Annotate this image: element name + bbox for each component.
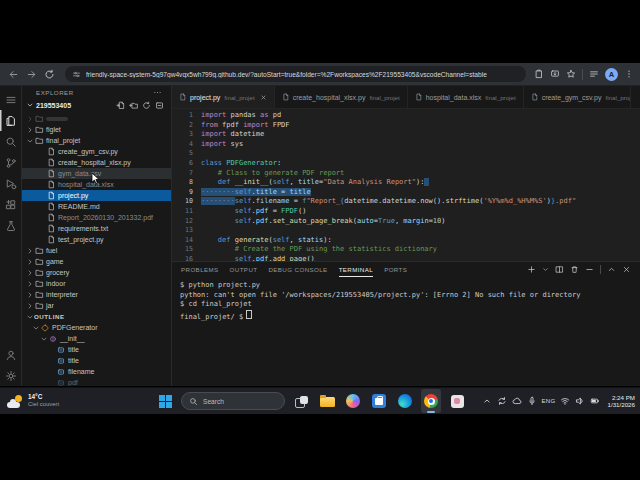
microphone-icon[interactable] bbox=[527, 396, 537, 406]
activity-menu[interactable] bbox=[0, 89, 21, 110]
outline-item-filename[interactable]: filename bbox=[22, 366, 171, 377]
tree-item-README.md[interactable]: README.md bbox=[22, 201, 171, 212]
task-view-button[interactable] bbox=[291, 389, 311, 413]
activity-testing[interactable] bbox=[0, 215, 21, 236]
snipping-tool-button[interactable] bbox=[447, 389, 467, 413]
file-explorer-button[interactable] bbox=[317, 389, 337, 413]
microsoft-store-button[interactable] bbox=[369, 389, 389, 413]
tab-create_gym_csv.py[interactable]: create_gym_csv.pyfinal_projet bbox=[524, 86, 631, 108]
code-line: 8 def __init__(self, title="Data Analysi… bbox=[172, 178, 640, 188]
terminal-line: $ python project.py bbox=[180, 281, 640, 291]
line-number: 11 bbox=[172, 207, 201, 217]
line-number: 7 bbox=[172, 169, 201, 179]
field-symbol-icon bbox=[56, 356, 65, 365]
tree-item-create_hospital_xlsx.py[interactable]: create_hospital_xlsx.py bbox=[22, 157, 171, 168]
reload-button-icon[interactable] bbox=[42, 67, 57, 82]
language-indicator[interactable]: ENG bbox=[542, 398, 556, 404]
code-editor[interactable]: 1import pandas as pd2from fpdf import FP… bbox=[172, 109, 640, 261]
tree-item-grocery[interactable]: grocery bbox=[22, 267, 171, 278]
bookmark-star-icon[interactable] bbox=[566, 69, 576, 79]
tray-expand-icon[interactable] bbox=[482, 396, 492, 406]
panel-tab-output[interactable]: OUTPUT bbox=[230, 262, 258, 277]
tree-item-interpreter[interactable]: interpreter bbox=[22, 289, 171, 300]
site-settings-icon[interactable] bbox=[72, 70, 81, 79]
activity-extensions[interactable] bbox=[0, 194, 21, 215]
activity-manage-settings[interactable] bbox=[0, 365, 21, 386]
taskbar-clock[interactable]: 2:24 PM 1/31/2026 bbox=[607, 394, 635, 408]
forward-button-icon[interactable] bbox=[24, 67, 39, 82]
battery-icon[interactable] bbox=[590, 396, 600, 406]
panel-tab-ports[interactable]: PORTS bbox=[384, 262, 407, 277]
panel-tab-debug-console[interactable]: DEBUG CONSOLE bbox=[268, 262, 327, 277]
hide-panel-icon[interactable] bbox=[585, 265, 594, 274]
maximize-panel-icon[interactable] bbox=[607, 265, 616, 274]
new-folder-icon[interactable] bbox=[129, 101, 138, 110]
explorer-more-icon[interactable] bbox=[153, 88, 162, 97]
profile-avatar[interactable]: A bbox=[605, 68, 618, 81]
terminal[interactable]: $ python project.pypython: can't open fi… bbox=[172, 277, 640, 386]
kill-terminal-icon[interactable] bbox=[570, 265, 579, 274]
folder-icon bbox=[34, 268, 44, 277]
tree-item-figlet[interactable]: figlet bbox=[22, 124, 171, 135]
terminal-profile-dropdown-icon[interactable] bbox=[542, 266, 549, 273]
tree-item-jar[interactable]: jar bbox=[22, 300, 171, 311]
taskbar-search[interactable]: Search bbox=[181, 392, 285, 410]
clipboard-extension-icon[interactable] bbox=[534, 69, 544, 79]
tree-item-fuel[interactable]: fuel bbox=[22, 245, 171, 256]
weather-widget[interactable]: 14°C Ciel couvert bbox=[7, 388, 59, 414]
outline-item-pdf[interactable]: pdf bbox=[22, 377, 171, 386]
refresh-explorer-icon[interactable] bbox=[142, 101, 151, 110]
file-icon bbox=[46, 158, 56, 167]
reading-list-icon[interactable] bbox=[589, 69, 599, 79]
file-tree: figletfinal_projetcreate_gym_csv.pycreat… bbox=[22, 113, 171, 386]
activity-accounts[interactable] bbox=[0, 344, 21, 365]
new-terminal-icon[interactable] bbox=[527, 265, 536, 274]
activity-search[interactable] bbox=[0, 131, 21, 152]
chrome-button[interactable] bbox=[421, 389, 441, 413]
back-button-icon[interactable] bbox=[6, 67, 21, 82]
tree-item-indoor[interactable]: indoor bbox=[22, 278, 171, 289]
close-icon[interactable] bbox=[260, 94, 267, 101]
outline-item-label: __init__ bbox=[60, 335, 85, 342]
tree-item-game[interactable]: game bbox=[22, 256, 171, 267]
install-app-icon[interactable] bbox=[550, 69, 560, 79]
outline-item-title[interactable]: title bbox=[22, 355, 171, 366]
browser-menu-icon[interactable] bbox=[624, 69, 634, 79]
tab-project.py[interactable]: project.pyfinal_projet bbox=[172, 86, 275, 108]
tree-item-test_project.py[interactable]: test_project.py bbox=[22, 234, 171, 245]
tree-item-requirements.txt[interactable]: requirements.txt bbox=[22, 223, 171, 234]
close-panel-icon[interactable] bbox=[622, 265, 631, 274]
outline-section-header[interactable]: OUTLINE bbox=[22, 311, 171, 322]
tree-item-Report_20260130_201332.pdf[interactable]: Report_20260130_201332.pdf bbox=[22, 212, 171, 223]
edge-button[interactable] bbox=[395, 389, 415, 413]
panel-tab-problems[interactable]: PROBLEMS bbox=[181, 262, 219, 277]
wifi-icon[interactable] bbox=[560, 396, 570, 406]
code-text: import sys bbox=[201, 140, 243, 150]
outline-item-PDFGenerator[interactable]: PDFGenerator bbox=[22, 322, 171, 333]
tab-hospital_data.xlsx[interactable]: hospital_data.xlsxfinal_projet bbox=[408, 86, 524, 108]
volume-icon[interactable] bbox=[575, 396, 585, 406]
new-file-icon[interactable] bbox=[116, 101, 125, 110]
tree-item-final_projet[interactable]: final_projet bbox=[22, 135, 171, 146]
folder-icon bbox=[34, 136, 44, 145]
collapse-folders-icon[interactable] bbox=[155, 101, 164, 110]
sync-icon[interactable] bbox=[497, 396, 507, 406]
onedrive-icon[interactable] bbox=[512, 396, 522, 406]
code-text: ········self.filename = f"Report_{dateti… bbox=[201, 197, 576, 207]
outline-item-__init__[interactable]: __init__ bbox=[22, 333, 171, 344]
folder-tb-icon bbox=[320, 397, 335, 407]
tab-create_hospital_xlsx.py[interactable]: create_hospital_xlsx.pyfinal_projet bbox=[275, 86, 408, 108]
copilot-button[interactable] bbox=[343, 389, 363, 413]
activity-run-and-debug[interactable] bbox=[0, 173, 21, 194]
panel-tab-terminal[interactable]: TERMINAL bbox=[339, 262, 374, 277]
workspace-row[interactable]: 219553405 bbox=[22, 99, 171, 111]
tree-item-create_gym_csv.py[interactable]: create_gym_csv.py bbox=[22, 146, 171, 157]
activity-explorer[interactable] bbox=[0, 110, 21, 131]
start-button[interactable] bbox=[155, 389, 175, 413]
outline-item-title[interactable]: title bbox=[22, 344, 171, 355]
split-terminal-icon[interactable] bbox=[555, 265, 564, 274]
tree-item-project.py[interactable]: project.py bbox=[22, 190, 171, 201]
tree-item-hidden[interactable] bbox=[22, 113, 171, 124]
activity-source-control[interactable] bbox=[0, 152, 21, 173]
address-bar[interactable]: friendly-space-system-5g97gw4vqx5wh799g.… bbox=[65, 66, 526, 82]
